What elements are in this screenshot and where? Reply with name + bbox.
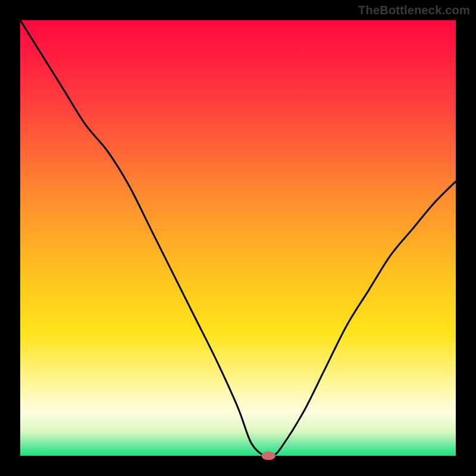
plot-area bbox=[20, 20, 456, 456]
optimum-marker bbox=[262, 452, 275, 461]
chart-container: TheBottleneck.com bbox=[0, 0, 476, 476]
watermark-text: TheBottleneck.com bbox=[358, 4, 470, 17]
bottleneck-chart-svg bbox=[0, 0, 476, 476]
